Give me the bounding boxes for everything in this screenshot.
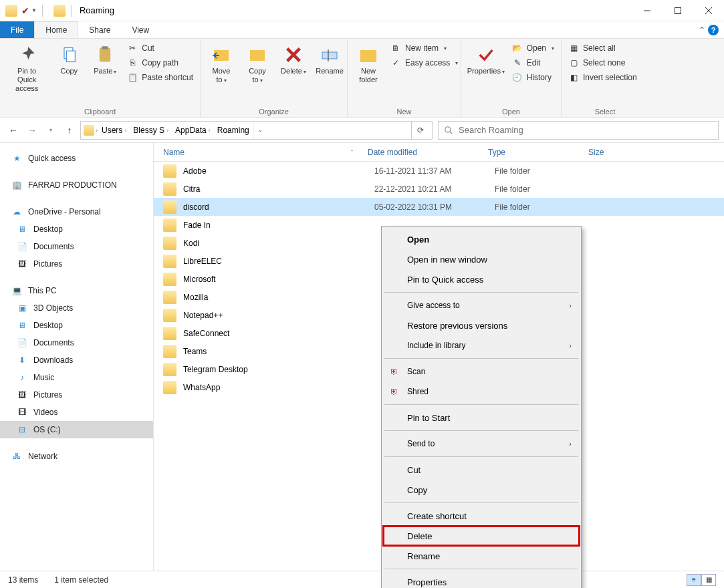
sidebar-item-os-c[interactable]: ⊟OS (C:) [0, 421, 153, 438]
ribbon-collapse[interactable]: ⌃? [699, 21, 724, 38]
ctx-send-to[interactable]: Send to› [383, 434, 580, 454]
copy-button[interactable]: Copy [52, 41, 86, 78]
sidebar-item-farrad[interactable]: 🏢FARRAD PRODUCTION [0, 176, 153, 194]
copy-path-button[interactable]: ⎘Copy path [124, 56, 196, 69]
address-bar[interactable]: › Users› Blessy S› AppData› Roaming ⌄ ⟳ [80, 121, 433, 140]
delete-button[interactable]: Delete [277, 41, 310, 78]
paste-shortcut-button[interactable]: 📋Paste shortcut [124, 71, 196, 84]
search-field[interactable] [459, 125, 713, 135]
ctx-pin-start[interactable]: Pin to Start [383, 408, 580, 428]
sidebar-item-downloads[interactable]: ⬇Downloads [0, 351, 153, 369]
invert-selection-button[interactable]: ◧Invert selection [566, 71, 640, 84]
folder-icon [163, 327, 176, 340]
view-tab[interactable]: View [121, 21, 160, 38]
sidebar-item-documents[interactable]: 📄Documents [0, 334, 153, 351]
breadcrumb[interactable]: Blessy S› [130, 124, 171, 136]
new-folder-button[interactable]: New folder [352, 41, 385, 87]
ctx-cut[interactable]: Cut [383, 460, 580, 480]
sidebar-item-this-pc[interactable]: 💻This PC [0, 282, 153, 299]
ctx-delete[interactable]: Delete [383, 526, 580, 546]
file-row[interactable]: Adobe 16-11-2021 11:37 AM File folder [154, 162, 724, 180]
group-label: Select [566, 106, 644, 117]
new-item-button[interactable]: 🗎New item [388, 41, 461, 55]
quick-access-toolbar[interactable]: ✔ ▼ [21, 5, 37, 16]
help-icon[interactable]: ? [708, 25, 719, 35]
share-tab[interactable]: Share [78, 21, 121, 38]
ctx-open-new-window[interactable]: Open in new window [383, 249, 580, 269]
refresh-button[interactable]: ⟳ [411, 122, 429, 139]
address-dropdown[interactable]: ⌄ [253, 122, 267, 139]
pc-icon: 💻 [11, 285, 23, 297]
close-button[interactable] [693, 0, 724, 21]
column-headers[interactable]: Name⌃ Date modified Type Size [154, 143, 724, 162]
cut-button[interactable]: ✂Cut [124, 41, 196, 55]
minimize-button[interactable] [632, 0, 662, 21]
recent-dropdown[interactable]: ▾ [43, 122, 59, 138]
ctx-give-access[interactable]: Give access to› [383, 295, 580, 315]
sidebar-item-desktop[interactable]: 🖥Desktop [0, 220, 153, 238]
picture-icon: 🖼 [16, 258, 28, 270]
sidebar-item-music[interactable]: ♪Music [0, 369, 153, 386]
maximize-button[interactable] [662, 0, 693, 21]
ctx-shred[interactable]: ⛨Shred [383, 382, 580, 402]
icons-view-button[interactable]: ▦ [701, 574, 716, 586]
ctx-create-shortcut[interactable]: Create shortcut [383, 506, 580, 526]
sidebar-item-pictures[interactable]: 🖼Pictures [0, 255, 153, 273]
ctx-include-library[interactable]: Include in library› [383, 335, 580, 355]
history-button[interactable]: 🕘History [509, 71, 557, 84]
column-name[interactable]: Name⌃ [154, 148, 368, 157]
copy-to-button[interactable]: Copy to [241, 41, 274, 87]
file-tab[interactable]: File [0, 21, 34, 38]
paste-button[interactable]: Paste [88, 41, 122, 78]
forward-button[interactable]: → [24, 122, 40, 138]
file-row[interactable]: discord 05-02-2022 10:31 PM File folder [154, 198, 724, 216]
sidebar-item-videos[interactable]: 🎞Videos [0, 404, 153, 421]
back-button[interactable]: ← [5, 122, 21, 138]
ctx-open[interactable]: Open [383, 229, 580, 249]
sidebar-item-documents[interactable]: 📄Documents [0, 238, 153, 255]
column-date[interactable]: Date modified [368, 148, 488, 157]
folder-icon [163, 182, 176, 196]
open-group: Properties 📂Open ✎Edit 🕘History Open [461, 39, 562, 117]
sidebar-item-pictures[interactable]: 🖼Pictures [0, 386, 153, 404]
up-button[interactable]: ↑ [62, 122, 78, 138]
ctx-properties[interactable]: Properties [383, 572, 580, 588]
file-name: Microsoft [183, 275, 374, 284]
ctx-pin-quick-access[interactable]: Pin to Quick access [383, 269, 580, 289]
easy-access-button[interactable]: ✓Easy access [388, 56, 461, 69]
properties-button[interactable]: Properties [465, 41, 507, 78]
pin-icon [16, 44, 37, 65]
pin-quick-access-button[interactable]: Pin to Quick access [4, 41, 49, 96]
column-type[interactable]: Type [488, 148, 588, 157]
context-menu: Open Open in new window Pin to Quick acc… [381, 226, 582, 588]
path-icon: ⎘ [127, 57, 138, 68]
select-all-button[interactable]: ▦Select all [566, 41, 640, 55]
ctx-scan[interactable]: ⛨Scan [383, 361, 580, 382]
ctx-rename[interactable]: Rename [383, 546, 580, 566]
edit-button[interactable]: ✎Edit [509, 56, 557, 69]
sidebar-item-3d-objects[interactable]: ▣3D Objects [0, 299, 153, 317]
details-view-button[interactable]: ≡ [687, 574, 701, 586]
search-input[interactable] [438, 121, 719, 140]
file-row[interactable]: Citra 22-12-2021 10:21 AM File folder [154, 180, 724, 198]
ctx-copy[interactable]: Copy [383, 480, 580, 500]
rename-button[interactable]: Rename [313, 41, 346, 78]
breadcrumb[interactable]: AppData› [172, 124, 213, 136]
breadcrumb[interactable]: Roaming [215, 124, 252, 136]
open-button[interactable]: 📂Open [509, 41, 557, 55]
sidebar-item-quick-access[interactable]: ★Quick access [0, 150, 153, 167]
ribbon: Pin to Quick access Copy Paste ✂Cut ⎘Cop… [0, 39, 724, 118]
move-to-button[interactable]: Move to [205, 41, 238, 87]
home-tab[interactable]: Home [34, 21, 78, 38]
column-size[interactable]: Size [588, 148, 724, 157]
separator [384, 404, 578, 405]
sidebar-item-network[interactable]: 🖧Network [0, 448, 153, 465]
ctx-restore-versions[interactable]: Restore previous versions [383, 315, 580, 335]
select-none-button[interactable]: ▢Select none [566, 56, 640, 69]
file-date: 22-12-2021 10:21 AM [374, 184, 495, 194]
star-icon: ★ [11, 152, 23, 164]
check-icon [475, 44, 497, 65]
sidebar-item-onedrive[interactable]: ☁OneDrive - Personal [0, 203, 153, 220]
sidebar-item-desktop[interactable]: 🖥Desktop [0, 317, 153, 334]
breadcrumb[interactable]: Users› [99, 124, 129, 136]
